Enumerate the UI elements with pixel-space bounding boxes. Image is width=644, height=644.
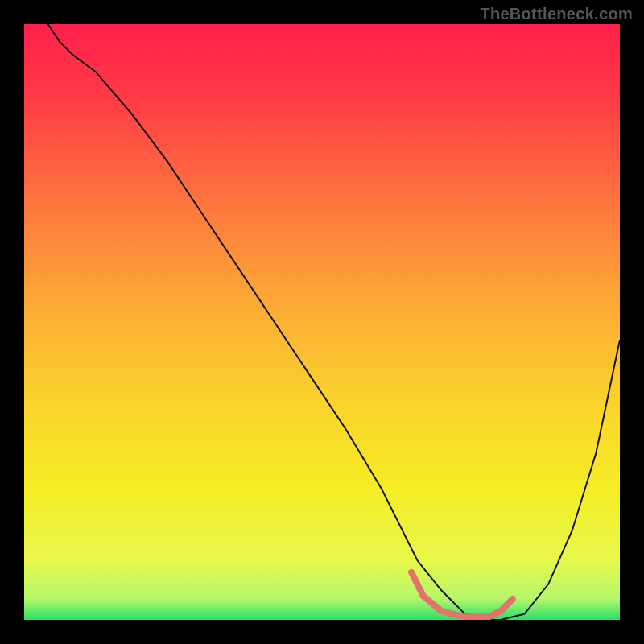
watermark-text: TheBottleneck.com (480, 5, 633, 23)
bottleneck-chart (24, 24, 620, 620)
gradient-background (24, 24, 620, 620)
chart-frame: TheBottleneck.com (0, 0, 644, 644)
